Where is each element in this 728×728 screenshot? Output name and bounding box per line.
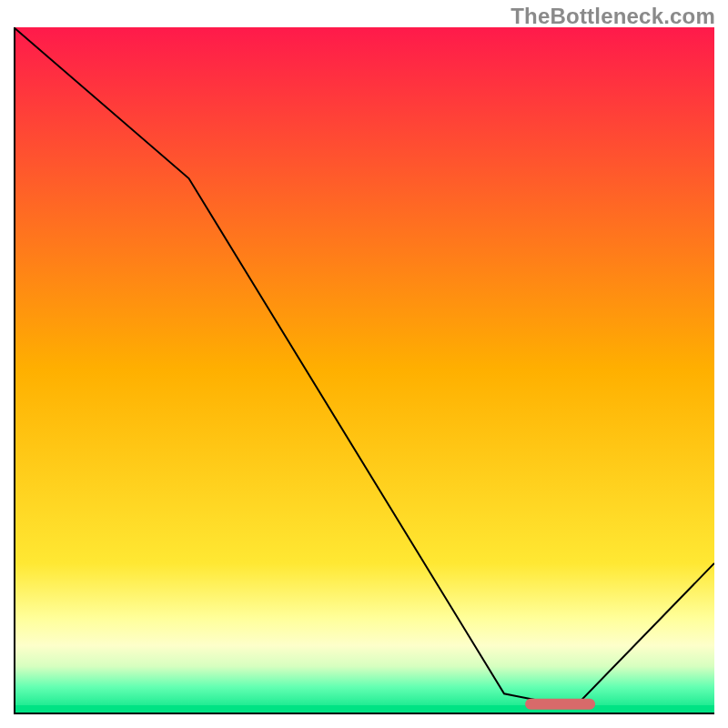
- chart-svg: [14, 27, 714, 714]
- watermark-text: TheBottleneck.com: [511, 4, 715, 29]
- optimal-range-marker: [525, 699, 595, 710]
- chart-container: TheBottleneck.com: [0, 0, 728, 728]
- chart-plot: [14, 27, 714, 714]
- gradient-background: [14, 27, 714, 714]
